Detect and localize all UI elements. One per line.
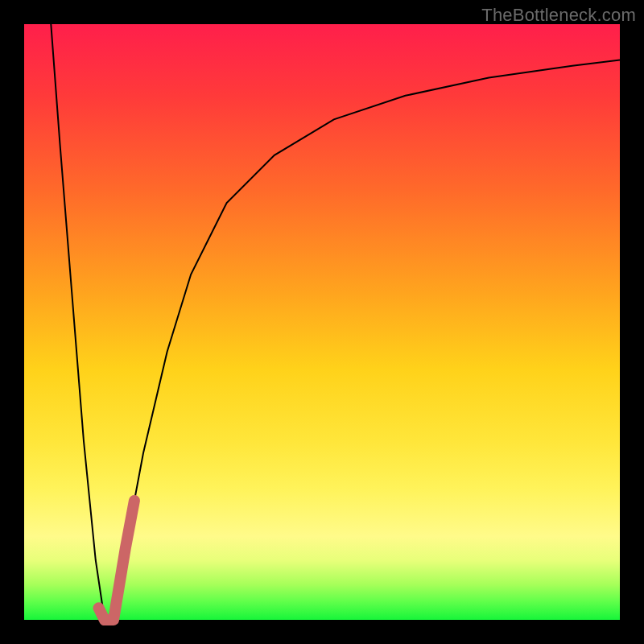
plot-area bbox=[24, 24, 620, 620]
curve-right-branch bbox=[114, 60, 620, 620]
highlight-elbow bbox=[99, 501, 134, 620]
chart-frame: TheBottleneck.com bbox=[0, 0, 644, 644]
curve-left-branch bbox=[51, 24, 105, 620]
chart-svg bbox=[24, 24, 620, 620]
watermark-text: TheBottleneck.com bbox=[481, 5, 636, 26]
